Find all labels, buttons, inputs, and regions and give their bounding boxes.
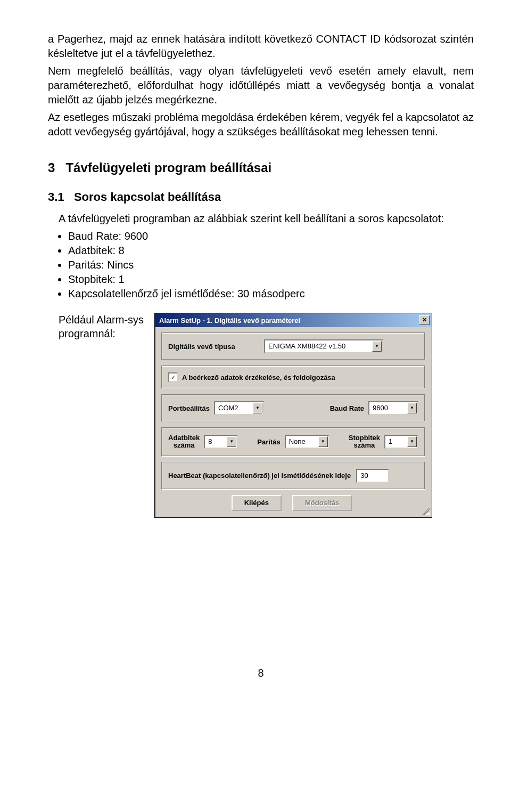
paragraph-3: Az esetleges műszaki probléma megoldása … (48, 110, 474, 139)
section-3-title: Távfelügyeleti program beállításai (65, 160, 271, 175)
modify-button[interactable]: Módosítás (292, 495, 352, 511)
section-3-1-intro: A távfelügyeleti programban az alábbiak … (59, 212, 474, 226)
baud-combo[interactable]: 9600 ▼ (368, 401, 418, 415)
resize-grip-icon[interactable] (422, 508, 430, 515)
paritas-value: None (289, 436, 306, 447)
port-combo[interactable]: COM2 ▼ (214, 401, 264, 415)
stopbit-combo[interactable]: 1 ▼ (384, 435, 418, 449)
example-label: Például Alarm-sys programnál: (59, 313, 154, 340)
chevron-down-icon[interactable]: ▼ (407, 436, 417, 447)
checkbox-icon: ✓ (168, 372, 178, 382)
chevron-down-icon[interactable]: ▼ (372, 341, 382, 352)
adatbit-label: Adatbitek száma (168, 434, 200, 450)
adatbit-label-line2: száma (174, 441, 195, 449)
page-number: 8 (48, 667, 474, 679)
paritas-combo[interactable]: None ▼ (285, 435, 329, 449)
receiver-type-value: ENIGMA XM88422 v1.50 (268, 341, 345, 352)
dialog-titlebar: Alarm SetUp - 1. Digitális vevő paraméte… (155, 313, 432, 327)
adatbit-value: 8 (208, 436, 212, 447)
heartbeat-group: HeartBeat (kapcsolatellenőrző) jel ismét… (161, 462, 425, 490)
list-item: Adatbitek: 8 (68, 245, 474, 257)
alarm-setup-dialog: Alarm SetUp - 1. Digitális vevő paraméte… (154, 313, 432, 518)
stopbit-label-line1: Stopbitek (349, 434, 380, 442)
stopbit-value: 1 (389, 436, 392, 447)
list-item: Baud Rate: 9600 (68, 230, 474, 242)
section-3-1-num: 3.1 (48, 190, 64, 204)
baud-value: 9600 (373, 403, 388, 413)
chevron-down-icon[interactable]: ▼ (318, 436, 328, 447)
receiver-type-combo[interactable]: ENIGMA XM88422 v1.50 ▼ (264, 339, 383, 353)
settings-list: Baud Rate: 9600 Adatbitek: 8 Paritás: Ni… (68, 230, 474, 300)
chevron-down-icon[interactable]: ▼ (407, 403, 417, 413)
port-value: COM2 (218, 403, 238, 413)
close-button[interactable]: ✕ (419, 315, 430, 325)
paragraph-1: a Pagerhez, majd az ennek hatására indít… (48, 32, 474, 61)
receiver-type-group: Digitális vevő típusa ENIGMA XM88422 v1.… (161, 332, 425, 360)
baud-label: Baud Rate (330, 404, 364, 412)
adatbit-label-line1: Adatbitek (168, 434, 200, 442)
paritas-label: Paritás (257, 438, 280, 446)
adatbit-combo[interactable]: 8 ▼ (204, 435, 238, 449)
list-item: Paritás: Nincs (68, 259, 474, 271)
section-3-1-title: Soros kapcsolat beállítása (74, 190, 221, 204)
heartbeat-value: 30 (360, 470, 368, 481)
port-label: Portbeállítás (168, 404, 210, 412)
bits-group: Adatbitek száma 8 ▼ Paritás None ▼ (161, 427, 425, 457)
section-3-heading: 3 Távfelügyeleti program beállításai (48, 160, 474, 175)
section-3-1-heading: 3.1 Soros kapcsolat beállítása (48, 190, 474, 204)
heartbeat-label: HeartBeat (kapcsolatellenőrző) jel ismét… (168, 472, 351, 480)
heartbeat-input[interactable]: 30 (356, 469, 389, 483)
section-3-num: 3 (48, 160, 55, 175)
dialog-title: Alarm SetUp - 1. Digitális vevő paraméte… (159, 316, 300, 324)
detection-checkbox[interactable]: ✓ A beérkező adatok érzékelése, és feldo… (168, 372, 335, 382)
receiver-type-label: Digitális vevő típusa (168, 343, 259, 351)
paragraph-2: Nem megfelelő beállítás, vagy olyan távf… (48, 64, 474, 107)
exit-button[interactable]: Kilépés (232, 495, 282, 511)
stopbit-label-line2: száma (354, 441, 375, 449)
detection-group: ✓ A beérkező adatok érzékelése, és feldo… (161, 366, 425, 389)
list-item: Stopbitek: 1 (68, 273, 474, 286)
detection-label: A beérkező adatok érzékelése, és feldolg… (182, 373, 335, 381)
list-item: Kapcsolatellenőrző jel ismétlődése: 30 m… (68, 288, 474, 300)
stopbit-label: Stopbitek száma (349, 434, 380, 450)
chevron-down-icon[interactable]: ▼ (227, 436, 236, 447)
port-baud-group: Portbeállítás COM2 ▼ Baud Rate 9600 ▼ (161, 394, 425, 422)
chevron-down-icon[interactable]: ▼ (253, 403, 262, 413)
